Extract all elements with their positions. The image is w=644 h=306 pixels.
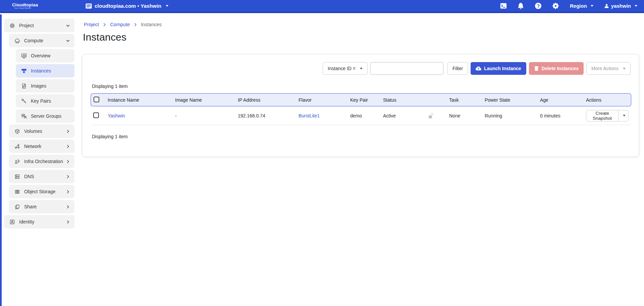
region-menu[interactable]: Region	[570, 3, 593, 9]
console-icon[interactable]	[500, 3, 507, 9]
sidebar-item-label: Instances	[31, 68, 51, 73]
share-icon	[14, 203, 20, 210]
context-label: cloudtopiaa.com • Yashwin	[95, 3, 161, 9]
trash-icon	[534, 66, 539, 71]
breadcrumb-project[interactable]: Project	[84, 22, 99, 27]
filter-field-dropdown[interactable]: Instance ID =	[323, 62, 368, 75]
chevron-right-icon	[65, 129, 70, 134]
sidebar-item-label: Server Groups	[31, 113, 61, 119]
sidebar-item-label: Object Storage	[24, 189, 55, 194]
sidebar-item-label: Overview	[31, 53, 50, 58]
sidebar-item-overview[interactable]: Overview	[16, 49, 74, 62]
flavor-link[interactable]: BurstLite1	[299, 113, 320, 118]
row-checkbox[interactable]	[93, 112, 99, 118]
sidebar-item-dns[interactable]: DNS	[9, 170, 74, 183]
breadcrumb: Project Compute Instances	[82, 14, 639, 27]
filter-input[interactable]	[370, 62, 443, 75]
brand-logo[interactable]: Cloudtopiaa Your Cloud Partner	[0, 3, 78, 9]
launch-instance-button[interactable]: Launch Instance	[471, 62, 526, 75]
instance-name-link[interactable]: Yashwin	[108, 113, 125, 118]
column-image-name: Image Name	[172, 93, 235, 106]
sidebar-item-label: Images	[31, 83, 46, 89]
cloud-icon	[14, 37, 20, 44]
chevron-down-icon	[65, 23, 70, 28]
brand-tagline: Your Cloud Partner	[14, 7, 31, 9]
column-ip-address: IP Address	[235, 93, 296, 106]
sidebar-item-object-storage[interactable]: Object Storage	[9, 185, 74, 198]
sidebar-item-label: DNS	[24, 174, 34, 179]
status-cell: Active	[380, 106, 426, 125]
sidebar-item-share[interactable]: Share	[9, 200, 74, 213]
page-title: Instances	[83, 32, 639, 43]
sidebar-item-server-groups[interactable]: Server Groups	[16, 109, 74, 123]
user-menu[interactable]: yashwin	[604, 3, 637, 9]
sidebar-item-label: Compute	[24, 38, 43, 43]
gear-icon[interactable]	[552, 3, 559, 9]
instances-panel: Instance ID = Filter Launch Instance Del…	[82, 54, 639, 157]
dns-icon	[14, 173, 20, 180]
chevron-right-icon	[65, 219, 70, 224]
chevron-right-icon	[65, 159, 70, 164]
document-icon	[20, 83, 27, 89]
sidebar-item-identity[interactable]: Identity	[4, 215, 74, 228]
chevron-right-icon	[65, 174, 70, 179]
filter-button[interactable]: Filter	[447, 62, 468, 75]
sidebar-item-label: Identity	[19, 219, 34, 224]
server-deploy-icon	[20, 67, 27, 74]
chevron-right-icon	[65, 144, 70, 149]
user-label: yashwin	[611, 3, 631, 9]
sidebar-item-instances[interactable]: Instances	[16, 64, 74, 78]
help-icon[interactable]: ?	[535, 3, 542, 9]
column-status: Status	[380, 93, 426, 106]
chevron-right-icon	[65, 189, 70, 194]
sidebar-item-label: Key Pairs	[31, 98, 51, 104]
more-actions-label: More Actions	[591, 66, 619, 71]
key-pair-cell: demo	[347, 106, 380, 125]
column-flavor: Flavor	[296, 93, 347, 106]
image-name-cell: -	[172, 106, 235, 125]
sidebar-item-label: Volumes	[24, 129, 42, 134]
launch-instance-label: Launch Instance	[484, 66, 521, 71]
sidebar-item-infra-orchestration[interactable]: Infra Orchestration	[9, 155, 74, 168]
breadcrumb-compute[interactable]: Compute	[110, 22, 130, 27]
sidebar-item-images[interactable]: Images	[16, 79, 74, 93]
id-card-icon	[9, 218, 15, 225]
brand-title: Cloudtopiaa	[12, 3, 38, 7]
chevron-down-icon	[65, 38, 70, 43]
power-state-cell: Running	[482, 106, 537, 125]
table-row: Yashwin - 192.168.0.74 BurstLite1 demo A…	[91, 106, 631, 125]
more-actions-button[interactable]: More Actions	[586, 62, 631, 75]
chevron-down-icon	[623, 68, 626, 69]
sidebar-item-network[interactable]: Network	[9, 140, 74, 153]
storage-icon	[14, 188, 20, 195]
sidebar: Project Compute Overview Instances Image…	[0, 14, 78, 306]
sidebar-item-compute[interactable]: Compute	[9, 34, 74, 47]
age-cell: 0 minutes	[537, 106, 583, 125]
domain-project-switcher[interactable]: cloudtopiaa.com • Yashwin	[86, 3, 168, 9]
delete-instances-button[interactable]: Delete Instances	[529, 62, 584, 75]
sidebar-item-label: Network	[24, 144, 41, 149]
column-age: Age	[537, 93, 583, 106]
sidebar-item-volumes[interactable]: Volumes	[9, 124, 74, 138]
select-all-checkbox[interactable]	[94, 97, 99, 102]
chevron-right-icon	[133, 22, 138, 27]
row-actions-dropdown[interactable]	[619, 110, 629, 121]
cog-icon	[9, 22, 15, 29]
sidebar-item-key-pairs[interactable]: Key Pairs	[16, 94, 74, 108]
orchestration-icon	[14, 158, 20, 165]
sidebar-item-project[interactable]: Project	[4, 19, 74, 32]
cube-icon	[14, 128, 20, 135]
create-snapshot-button[interactable]: Create Snapshot	[586, 110, 619, 121]
chevron-down-icon	[635, 5, 637, 7]
sidebar-item-label: Project	[19, 23, 34, 28]
bell-icon[interactable]	[518, 3, 524, 9]
key-icon	[20, 98, 27, 104]
filter-button-label: Filter	[452, 66, 463, 71]
unlock-icon	[428, 113, 444, 118]
chevron-down-icon	[623, 115, 626, 116]
task-cell: None	[446, 106, 482, 125]
server-group-icon	[20, 113, 27, 119]
filter-field-label: Instance ID =	[328, 66, 356, 71]
cloud-upload-icon	[476, 66, 481, 71]
sidebar-item-label: Infra Orchestration	[24, 159, 63, 164]
